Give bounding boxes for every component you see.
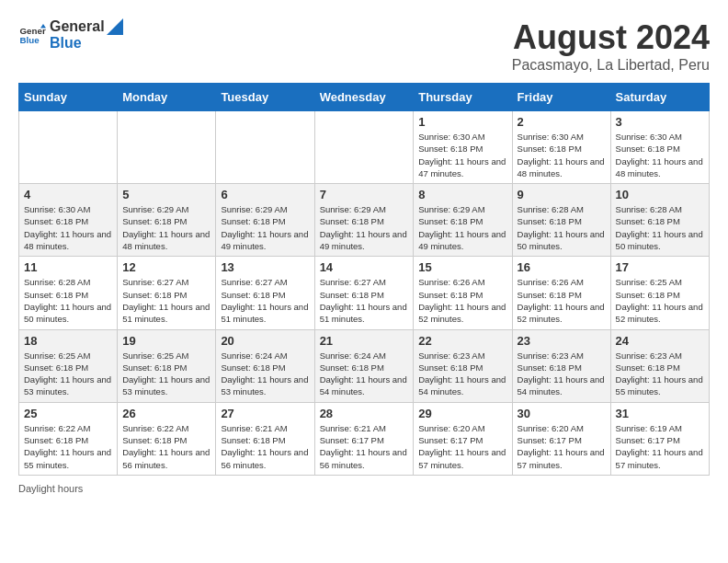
day-number: 18 [24,334,112,348]
day-number: 28 [320,407,409,420]
day-number: 31 [616,407,704,420]
day-number: 22 [418,334,506,348]
calendar-cell: 10Sunrise: 6:28 AM Sunset: 6:18 PM Dayli… [610,184,709,257]
day-info: Sunrise: 6:21 AM Sunset: 6:18 PM Dayligh… [221,422,309,471]
day-number: 5 [122,188,210,201]
calendar-title: August 2024 [512,18,710,57]
day-info: Sunrise: 6:19 AM Sunset: 6:17 PM Dayligh… [616,422,704,471]
day-header-sunday: Sunday [19,84,118,111]
svg-text:Blue: Blue [20,35,40,45]
day-info: Sunrise: 6:28 AM Sunset: 6:18 PM Dayligh… [24,276,112,325]
calendar-cell: 9Sunrise: 6:28 AM Sunset: 6:18 PM Daylig… [512,184,610,257]
day-info: Sunrise: 6:22 AM Sunset: 6:18 PM Dayligh… [24,422,112,471]
day-info: Sunrise: 6:26 AM Sunset: 6:18 PM Dayligh… [518,276,606,325]
calendar-cell [216,111,314,184]
calendar-table: SundayMondayTuesdayWednesdayThursdayFrid… [18,83,710,476]
calendar-cell: 1Sunrise: 6:30 AM Sunset: 6:18 PM Daylig… [414,111,512,184]
day-number: 21 [320,334,409,348]
day-number: 17 [616,260,704,274]
day-number: 9 [518,188,606,201]
day-number: 26 [122,407,210,420]
day-header-monday: Monday [118,84,216,111]
day-number: 24 [616,334,704,348]
day-number: 8 [418,188,506,201]
week-row-2: 4Sunrise: 6:30 AM Sunset: 6:18 PM Daylig… [19,184,710,257]
day-number: 19 [122,334,210,348]
day-info: Sunrise: 6:21 AM Sunset: 6:17 PM Dayligh… [320,422,409,471]
week-row-3: 11Sunrise: 6:28 AM Sunset: 6:18 PM Dayli… [19,257,710,329]
day-info: Sunrise: 6:30 AM Sunset: 6:18 PM Dayligh… [24,203,112,252]
day-number: 30 [518,407,606,420]
day-info: Sunrise: 6:22 AM Sunset: 6:18 PM Dayligh… [122,422,210,471]
day-number: 29 [418,407,506,420]
calendar-cell: 23Sunrise: 6:23 AM Sunset: 6:18 PM Dayli… [512,329,610,402]
day-number: 14 [320,260,409,274]
day-info: Sunrise: 6:27 AM Sunset: 6:18 PM Dayligh… [320,276,409,325]
day-number: 6 [221,188,309,201]
day-info: Sunrise: 6:23 AM Sunset: 6:18 PM Dayligh… [518,350,606,398]
calendar-cell: 2Sunrise: 6:30 AM Sunset: 6:18 PM Daylig… [512,111,610,184]
day-info: Sunrise: 6:30 AM Sunset: 6:18 PM Dayligh… [518,131,606,179]
week-row-5: 25Sunrise: 6:22 AM Sunset: 6:18 PM Dayli… [19,402,710,475]
day-number: 1 [418,115,506,129]
day-info: Sunrise: 6:28 AM Sunset: 6:18 PM Dayligh… [518,203,606,252]
calendar-cell: 8Sunrise: 6:29 AM Sunset: 6:18 PM Daylig… [414,184,512,257]
day-header-thursday: Thursday [414,84,512,111]
day-info: Sunrise: 6:23 AM Sunset: 6:18 PM Dayligh… [418,350,506,398]
day-number: 12 [122,260,210,274]
calendar-cell: 5Sunrise: 6:29 AM Sunset: 6:18 PM Daylig… [118,184,216,257]
calendar-cell: 28Sunrise: 6:21 AM Sunset: 6:17 PM Dayli… [314,402,414,475]
day-header-friday: Friday [512,84,610,111]
calendar-cell: 12Sunrise: 6:27 AM Sunset: 6:18 PM Dayli… [118,257,216,329]
calendar-cell: 17Sunrise: 6:25 AM Sunset: 6:18 PM Dayli… [610,257,709,329]
calendar-cell: 16Sunrise: 6:26 AM Sunset: 6:18 PM Dayli… [512,257,610,329]
day-header-wednesday: Wednesday [314,84,414,111]
calendar-cell: 14Sunrise: 6:27 AM Sunset: 6:18 PM Dayli… [314,257,414,329]
day-info: Sunrise: 6:29 AM Sunset: 6:18 PM Dayligh… [320,203,409,252]
day-info: Sunrise: 6:30 AM Sunset: 6:18 PM Dayligh… [418,131,506,179]
calendar-cell: 30Sunrise: 6:20 AM Sunset: 6:17 PM Dayli… [512,402,610,475]
calendar-cell [314,111,414,184]
day-info: Sunrise: 6:29 AM Sunset: 6:18 PM Dayligh… [221,203,309,252]
calendar-cell: 15Sunrise: 6:26 AM Sunset: 6:18 PM Dayli… [414,257,512,329]
day-info: Sunrise: 6:20 AM Sunset: 6:17 PM Dayligh… [418,422,506,471]
calendar-cell: 26Sunrise: 6:22 AM Sunset: 6:18 PM Dayli… [118,402,216,475]
day-info: Sunrise: 6:28 AM Sunset: 6:18 PM Dayligh… [616,203,704,252]
day-info: Sunrise: 6:25 AM Sunset: 6:18 PM Dayligh… [616,276,704,325]
logo-general-text: General [50,18,105,35]
day-info: Sunrise: 6:27 AM Sunset: 6:18 PM Dayligh… [122,276,210,325]
daylight-hours-label: Daylight hours [18,483,83,494]
day-info: Sunrise: 6:20 AM Sunset: 6:17 PM Dayligh… [518,422,606,471]
day-info: Sunrise: 6:27 AM Sunset: 6:18 PM Dayligh… [221,276,309,325]
calendar-cell: 27Sunrise: 6:21 AM Sunset: 6:18 PM Dayli… [216,402,314,475]
day-number: 23 [518,334,606,348]
calendar-cell: 22Sunrise: 6:23 AM Sunset: 6:18 PM Dayli… [414,329,512,402]
day-number: 2 [518,115,606,129]
day-number: 25 [24,407,112,420]
footer-note: Daylight hours [18,483,710,494]
calendar-cell: 20Sunrise: 6:24 AM Sunset: 6:18 PM Dayli… [216,329,314,402]
calendar-cell: 3Sunrise: 6:30 AM Sunset: 6:18 PM Daylig… [610,111,709,184]
logo: General Blue General Blue [18,18,123,52]
day-info: Sunrise: 6:29 AM Sunset: 6:18 PM Dayligh… [122,203,210,252]
day-info: Sunrise: 6:23 AM Sunset: 6:18 PM Dayligh… [616,350,704,398]
calendar-cell: 31Sunrise: 6:19 AM Sunset: 6:17 PM Dayli… [610,402,709,475]
logo-icon: General Blue [18,21,46,49]
calendar-cell: 24Sunrise: 6:23 AM Sunset: 6:18 PM Dayli… [610,329,709,402]
day-number: 4 [24,188,112,201]
calendar-cell: 19Sunrise: 6:25 AM Sunset: 6:18 PM Dayli… [118,329,216,402]
day-info: Sunrise: 6:25 AM Sunset: 6:18 PM Dayligh… [122,350,210,398]
week-row-1: 1Sunrise: 6:30 AM Sunset: 6:18 PM Daylig… [19,111,710,184]
logo-triangle-icon [107,18,123,35]
day-number: 16 [518,260,606,274]
calendar-cell: 21Sunrise: 6:24 AM Sunset: 6:18 PM Dayli… [314,329,414,402]
day-number: 20 [221,334,309,348]
calendar-cell: 29Sunrise: 6:20 AM Sunset: 6:17 PM Dayli… [414,402,512,475]
day-number: 15 [418,260,506,274]
week-row-4: 18Sunrise: 6:25 AM Sunset: 6:18 PM Dayli… [19,329,710,402]
day-info: Sunrise: 6:26 AM Sunset: 6:18 PM Dayligh… [418,276,506,325]
day-info: Sunrise: 6:29 AM Sunset: 6:18 PM Dayligh… [418,203,506,252]
day-info: Sunrise: 6:30 AM Sunset: 6:18 PM Dayligh… [616,131,704,179]
day-number: 3 [616,115,704,129]
day-info: Sunrise: 6:25 AM Sunset: 6:18 PM Dayligh… [24,350,112,398]
